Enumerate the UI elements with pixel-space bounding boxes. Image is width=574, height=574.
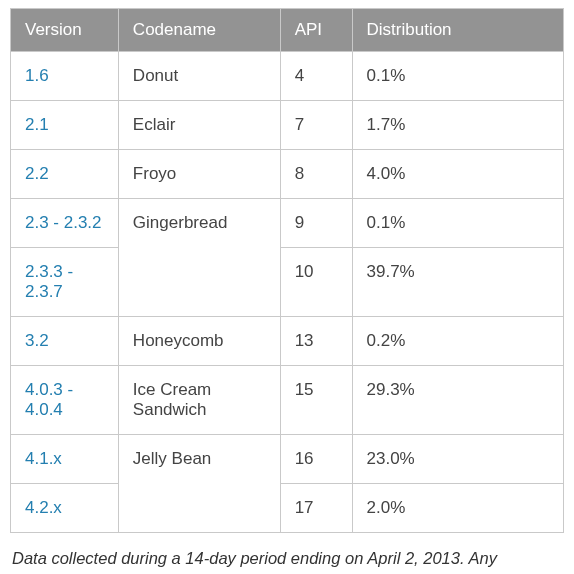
header-distribution: Distribution	[352, 9, 563, 52]
cell-codename: Donut	[118, 52, 280, 101]
table-header-row: Version Codename API Distribution	[11, 9, 564, 52]
cell-distribution: 1.7%	[352, 101, 563, 150]
cell-api: 17	[280, 484, 352, 533]
header-codename: Codename	[118, 9, 280, 52]
cell-distribution: 2.0%	[352, 484, 563, 533]
table-row: 2.2 Froyo 8 4.0%	[11, 150, 564, 199]
table-row: 2.3 - 2.3.2 Gingerbread 9 0.1%	[11, 199, 564, 248]
cell-api: 7	[280, 101, 352, 150]
version-distribution-table: Version Codename API Distribution 1.6 Do…	[10, 8, 564, 533]
cell-api: 8	[280, 150, 352, 199]
table-row: 2.3.3 - 2.3.7 10 39.7%	[11, 248, 564, 317]
cell-distribution: 0.1%	[352, 52, 563, 101]
cell-version[interactable]: 2.3 - 2.3.2	[11, 199, 119, 248]
cell-codename: Froyo	[118, 150, 280, 199]
table-row: 4.1.x Jelly Bean 16 23.0%	[11, 435, 564, 484]
cell-version[interactable]: 2.1	[11, 101, 119, 150]
cell-version[interactable]: 1.6	[11, 52, 119, 101]
cell-version[interactable]: 4.2.x	[11, 484, 119, 533]
cell-codename: Ice Cream Sandwich	[118, 366, 280, 435]
table-row: 4.2.x 17 2.0%	[11, 484, 564, 533]
cell-version[interactable]: 3.2	[11, 317, 119, 366]
cell-version[interactable]: 4.0.3 - 4.0.4	[11, 366, 119, 435]
footnote-text: Data collected during a 14-day period en…	[10, 547, 564, 574]
cell-api: 13	[280, 317, 352, 366]
cell-codename: Honeycomb	[118, 317, 280, 366]
table-row: 2.1 Eclair 7 1.7%	[11, 101, 564, 150]
cell-version[interactable]: 2.2	[11, 150, 119, 199]
cell-codename: Eclair	[118, 101, 280, 150]
cell-api: 10	[280, 248, 352, 317]
table-row: 1.6 Donut 4 0.1%	[11, 52, 564, 101]
header-api: API	[280, 9, 352, 52]
table-row: 4.0.3 - 4.0.4 Ice Cream Sandwich 15 29.3…	[11, 366, 564, 435]
cell-distribution: 29.3%	[352, 366, 563, 435]
cell-codename: Gingerbread	[118, 199, 280, 317]
cell-api: 9	[280, 199, 352, 248]
table-row: 3.2 Honeycomb 13 0.2%	[11, 317, 564, 366]
cell-version[interactable]: 2.3.3 - 2.3.7	[11, 248, 119, 317]
cell-version[interactable]: 4.1.x	[11, 435, 119, 484]
cell-distribution: 39.7%	[352, 248, 563, 317]
cell-api: 15	[280, 366, 352, 435]
cell-codename: Jelly Bean	[118, 435, 280, 533]
cell-distribution: 23.0%	[352, 435, 563, 484]
cell-api: 4	[280, 52, 352, 101]
header-version: Version	[11, 9, 119, 52]
cell-distribution: 0.1%	[352, 199, 563, 248]
cell-api: 16	[280, 435, 352, 484]
cell-distribution: 4.0%	[352, 150, 563, 199]
cell-distribution: 0.2%	[352, 317, 563, 366]
